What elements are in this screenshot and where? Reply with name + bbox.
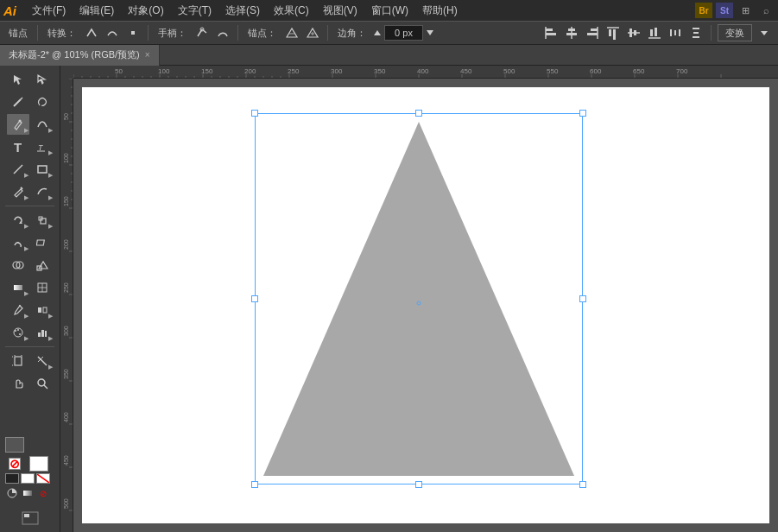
eyedropper-tool[interactable]: ▶ xyxy=(7,300,29,320)
add-anchor-btn[interactable] xyxy=(304,24,321,41)
convert-corner-btn[interactable] xyxy=(83,24,100,41)
select-tool[interactable] xyxy=(7,69,29,90)
svg-rect-42 xyxy=(38,166,47,173)
svg-text:50: 50 xyxy=(63,113,69,120)
svg-rect-64 xyxy=(45,331,47,337)
menu-window[interactable]: 窗口(W) xyxy=(364,2,415,20)
type-touch-tool[interactable]: T ▶ xyxy=(31,136,54,157)
artboard xyxy=(73,79,778,532)
left-toolbox: ▶ ▶ T T ▶ ▶ ▶ xyxy=(0,66,60,532)
zoom-tool[interactable] xyxy=(31,373,54,394)
fill-swatch[interactable] xyxy=(5,437,24,453)
menu-edit[interactable]: 编辑(E) xyxy=(73,2,121,20)
align-left-btn[interactable] xyxy=(542,24,560,41)
align-top-btn[interactable] xyxy=(604,24,622,41)
tool-row-gradient: ▶ xyxy=(2,277,58,298)
lasso-tool[interactable] xyxy=(31,92,54,112)
menu-view[interactable]: 视图(V) xyxy=(316,2,364,20)
svg-rect-29 xyxy=(679,29,680,36)
document-tab[interactable]: 未标题-2* @ 101% (RGB/预览) × xyxy=(0,45,160,66)
svg-text:600: 600 xyxy=(590,67,602,75)
blend-tool[interactable]: ▶ xyxy=(31,300,54,320)
search-icon[interactable]: ⌕ xyxy=(757,3,775,18)
warp-tool[interactable]: ▶ xyxy=(7,232,29,253)
align-right-btn[interactable] xyxy=(584,24,601,41)
tool-row-eyedropper: ▶ ▶ xyxy=(2,300,58,320)
svg-text:400: 400 xyxy=(63,412,69,422)
tab-close-btn[interactable]: × xyxy=(145,50,150,60)
none-mode-btn[interactable]: ⊘ xyxy=(36,487,50,499)
menu-select[interactable]: 选择(S) xyxy=(218,2,267,20)
curvature-tool[interactable]: ▶ xyxy=(31,114,54,135)
triangle-shape-container[interactable] xyxy=(255,113,583,484)
tool-row-wand xyxy=(2,92,58,112)
handle-btn1[interactable] xyxy=(193,24,211,41)
bridge-icon[interactable]: Br xyxy=(695,3,712,18)
corner-down-icon[interactable] xyxy=(426,28,434,37)
draw-mode-btn[interactable] xyxy=(19,508,41,529)
rotate-tool[interactable]: ▶ xyxy=(7,210,29,231)
color-swatch-area: ⊘ ⊘ xyxy=(2,434,58,503)
app-logo: Ai xyxy=(3,3,16,18)
handle-btn2[interactable] xyxy=(214,24,231,41)
menu-help[interactable]: 帮助(H) xyxy=(415,2,465,20)
none-swatch[interactable]: ⊘ xyxy=(9,458,21,470)
magic-wand-tool[interactable] xyxy=(7,92,29,112)
gradient-tool[interactable]: ▶ xyxy=(7,277,29,298)
pen-tool[interactable]: ▶ xyxy=(7,114,29,135)
workspace-icon[interactable]: ⊞ xyxy=(737,3,754,18)
menu-type[interactable]: 文字(T) xyxy=(171,2,218,20)
type-tool[interactable]: T xyxy=(7,136,29,157)
menu-file[interactable]: 文件(F) xyxy=(25,2,73,20)
convert-smooth-btn[interactable] xyxy=(104,24,121,41)
line-tool[interactable]: ▶ xyxy=(7,159,29,180)
more-options-btn[interactable] xyxy=(756,24,773,41)
anchor-label: 锚点 xyxy=(5,27,31,40)
distribute-v-btn[interactable] xyxy=(687,24,705,41)
symbol-sprayer-tool[interactable]: ▶ xyxy=(7,322,29,343)
graph-tool[interactable]: ▶ xyxy=(31,322,54,343)
tool-row-pencil: ▶ ▶ xyxy=(2,181,58,202)
stock-icon[interactable]: St xyxy=(716,3,733,18)
white-swatch[interactable] xyxy=(21,473,35,484)
mesh-tool[interactable] xyxy=(31,277,54,298)
tool-divider-2 xyxy=(5,346,54,347)
tab-bar: 未标题-2* @ 101% (RGB/预览) × xyxy=(0,45,778,66)
align-center-h-btn[interactable] xyxy=(563,24,580,41)
color-mode-btn[interactable] xyxy=(5,487,19,499)
slice-tool[interactable]: ▶ xyxy=(31,351,54,371)
free-transform-tool[interactable] xyxy=(31,232,54,253)
canvas-area: 50 100 150 200 250 300 350 400 450 500 5… xyxy=(60,66,778,532)
align-bottom-btn[interactable] xyxy=(646,24,663,41)
menu-object[interactable]: 对象(O) xyxy=(121,2,170,20)
corner-up-icon[interactable] xyxy=(373,28,382,37)
live-paint-tool[interactable] xyxy=(31,255,54,276)
direct-select-tool[interactable] xyxy=(31,69,54,90)
none-mini-swatch[interactable] xyxy=(36,473,50,484)
stroke-swatch[interactable] xyxy=(29,456,48,472)
corner-value-input[interactable] xyxy=(384,25,423,41)
shape-builder-tool[interactable] xyxy=(7,255,29,276)
svg-rect-18 xyxy=(609,29,611,36)
svg-rect-16 xyxy=(587,33,598,35)
menu-effect[interactable]: 效果(C) xyxy=(267,2,316,20)
artboard-tool[interactable] xyxy=(7,351,29,371)
hand-tool[interactable] xyxy=(7,373,29,394)
corner-label: 边角： xyxy=(334,27,370,40)
anchor2-label: 锚点： xyxy=(244,27,280,40)
scale-tool[interactable]: ▶ xyxy=(31,210,54,231)
remove-anchor-btn[interactable] xyxy=(283,24,300,41)
black-swatch[interactable] xyxy=(5,473,19,484)
smooth-tool[interactable]: ▶ xyxy=(31,181,54,202)
transform-btn[interactable]: 变换 xyxy=(718,24,752,41)
svg-text:450: 450 xyxy=(460,67,472,75)
align-center-v-btn[interactable] xyxy=(625,24,642,41)
gradient-swatch-btn[interactable] xyxy=(21,487,35,499)
distribute-h-btn[interactable] xyxy=(667,24,684,41)
svg-text:500: 500 xyxy=(503,67,516,75)
anchor-small-btn[interactable] xyxy=(124,24,142,41)
pencil-tool[interactable]: ▶ xyxy=(7,181,29,202)
rectangle-tool[interactable]: ▶ xyxy=(31,159,54,180)
handle-label: 手柄： xyxy=(155,27,190,40)
svg-rect-51 xyxy=(14,285,22,290)
